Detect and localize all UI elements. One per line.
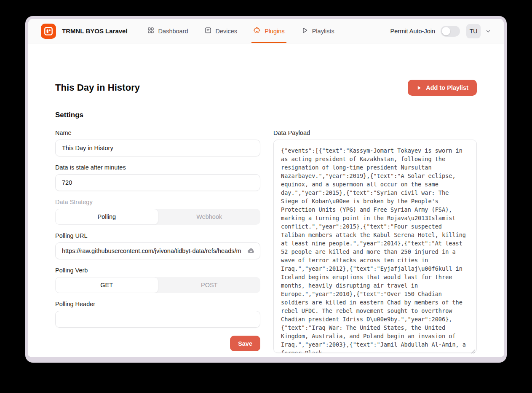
main-content: This Day in History Add to Playlist Sett… <box>28 43 504 357</box>
nav-label: Dashboard <box>158 28 188 35</box>
brand-title: TRMNL BYOS Laravel <box>62 27 128 35</box>
chevron-down-icon[interactable] <box>485 28 491 34</box>
settings-heading: Settings <box>55 111 477 119</box>
trmnl-logo-icon <box>41 24 56 39</box>
polling-verb-option-post[interactable]: POST <box>158 277 261 293</box>
desktop-background: TRMNL BYOS Laravel Dashboard <box>0 0 532 393</box>
polling-url-input[interactable] <box>55 242 260 259</box>
name-label: Name <box>55 129 260 136</box>
nav-label: Plugins <box>265 28 285 35</box>
polling-header-label: Polling Header <box>55 301 260 307</box>
data-strategy-option-polling[interactable]: Polling <box>55 209 158 225</box>
data-payload-label: Data Payload <box>273 129 477 136</box>
devices-icon <box>204 27 212 35</box>
name-input[interactable] <box>55 140 260 156</box>
permit-auto-join-label: Permit Auto-Join <box>390 28 435 35</box>
toggle-knob <box>442 27 450 35</box>
plugins-puzzle-icon <box>253 27 261 35</box>
polling-header-input[interactable] <box>55 311 260 328</box>
nav-label: Devices <box>216 28 238 35</box>
save-button[interactable]: Save <box>230 336 260 351</box>
nav-item-plugins[interactable]: Plugins <box>253 19 285 43</box>
stale-minutes-input[interactable] <box>55 174 260 191</box>
add-to-playlist-button[interactable]: Add to Playlist <box>408 80 477 96</box>
polling-verb-option-get[interactable]: GET <box>55 277 158 293</box>
polling-verb-label: Polling Verb <box>55 267 260 274</box>
stale-minutes-label: Data is stale after minutes <box>55 164 260 171</box>
playlists-play-icon <box>301 27 308 35</box>
app-window: TRMNL BYOS Laravel Dashboard <box>25 16 507 363</box>
data-strategy-option-webhook[interactable]: Webhook <box>158 209 261 225</box>
nav-item-playlists[interactable]: Playlists <box>301 19 334 43</box>
user-avatar[interactable]: TU <box>466 24 481 38</box>
data-strategy-label: Data Strategy <box>55 199 260 205</box>
permit-auto-join-toggle[interactable] <box>441 26 460 37</box>
dashboard-grid-icon <box>147 27 155 35</box>
nav-item-dashboard[interactable]: Dashboard <box>147 19 188 43</box>
data-payload-textarea[interactable]: {"events":[{"text":"Kassym-Jomart Tokaye… <box>273 140 477 353</box>
add-to-playlist-label: Add to Playlist <box>426 84 468 91</box>
page-title: This Day in History <box>55 82 140 93</box>
settings-form: Name Data is stale after minutes Data St… <box>55 129 260 355</box>
nav-item-devices[interactable]: Devices <box>204 19 238 43</box>
polling-url-label: Polling URL <box>55 232 260 239</box>
cloud-download-icon[interactable] <box>247 247 255 255</box>
main-nav: Dashboard Devices <box>147 19 334 43</box>
play-icon <box>416 85 422 91</box>
nav-label: Playlists <box>312 28 334 35</box>
brand-link[interactable]: TRMNL BYOS Laravel <box>41 24 128 39</box>
top-navbar: TRMNL BYOS Laravel Dashboard <box>28 19 504 43</box>
data-strategy-segmented-control: Polling Webhook <box>55 209 260 225</box>
polling-verb-segmented-control: GET POST <box>55 277 260 293</box>
